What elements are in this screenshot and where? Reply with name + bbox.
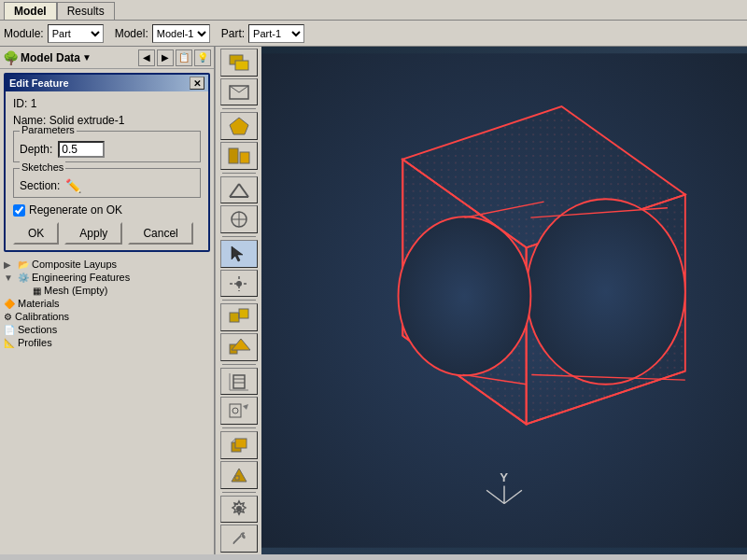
- list-item[interactable]: 🔶 Materials: [4, 297, 210, 310]
- toolbar-btn-4[interactable]: 💡: [194, 49, 211, 66]
- expand-icon-2: ▼: [4, 273, 15, 283]
- id-value: 1: [31, 97, 37, 110]
- tool-btn-13[interactable]: [220, 461, 258, 489]
- module-label: Module:: [4, 27, 44, 40]
- toolbar-separator-6: [222, 427, 256, 428]
- model-label: Model:: [115, 27, 148, 40]
- list-item[interactable]: 📐 Profiles: [4, 336, 210, 349]
- tool-btn-10[interactable]: [220, 368, 258, 396]
- tool-btn-6[interactable]: [220, 205, 258, 233]
- parameters-title: Parameters: [20, 124, 77, 135]
- right-toolbar: [215, 47, 261, 554]
- svg-rect-19: [239, 309, 248, 318]
- section-label: Section:: [20, 179, 60, 192]
- viewport[interactable]: Y: [261, 47, 747, 554]
- svg-point-27: [233, 408, 238, 413]
- calibrations-icon: ⚙: [4, 312, 12, 322]
- tool-btn-8[interactable]: [220, 303, 258, 331]
- tool-btn-5[interactable]: [220, 176, 258, 204]
- dialog-titlebar: Edit Feature ✕: [6, 75, 208, 91]
- mesh-icon: ▦: [33, 286, 41, 296]
- toolbar-separator-2: [222, 173, 256, 174]
- part-select[interactable]: Part-1: [248, 24, 304, 43]
- module-select[interactable]: Part: [48, 24, 104, 43]
- pencil-icon[interactable]: ✏️: [65, 178, 81, 193]
- toolbar-separator-5: [222, 364, 256, 365]
- tree-area: ▶ 📂 Composite Layups ▼ ⚙️ Engineering Fe…: [0, 256, 214, 554]
- svg-rect-7: [240, 152, 249, 163]
- svg-rect-1: [235, 61, 248, 70]
- ok-button[interactable]: OK: [13, 222, 59, 245]
- list-item[interactable]: ▼ ⚙️ Engineering Features: [4, 271, 210, 284]
- toolbar-btn-1[interactable]: ◀: [138, 49, 155, 66]
- toolbar-btn-3[interactable]: 📋: [176, 49, 192, 66]
- id-label: ID:: [13, 97, 27, 110]
- svg-line-30: [232, 439, 235, 442]
- tool-btn-2[interactable]: [220, 78, 258, 106]
- svg-marker-5: [230, 118, 248, 134]
- tool-btn-7[interactable]: [220, 270, 258, 298]
- toolbar-separator-4: [222, 300, 256, 301]
- edit-feature-dialog: Edit Feature ✕ ID: 1 Name: Solid extrude…: [4, 73, 210, 252]
- tab-bar: Model Results: [0, 0, 747, 21]
- toolbar-separator-1: [222, 108, 256, 109]
- tool-btn-12[interactable]: [220, 431, 258, 459]
- engineering-label: Engineering Features: [32, 272, 130, 283]
- tool-btn-1[interactable]: [220, 49, 258, 77]
- list-item[interactable]: 📄 Sections: [4, 323, 210, 336]
- svg-line-9: [239, 184, 248, 197]
- regen-checkbox-row: Regenerate on OK: [13, 203, 201, 217]
- profiles-label: Profiles: [18, 337, 52, 348]
- list-item[interactable]: ▦ Mesh (Empty): [4, 284, 210, 297]
- depth-input[interactable]: [58, 141, 105, 158]
- dialog-close-button[interactable]: ✕: [190, 77, 204, 90]
- regen-checkbox[interactable]: [13, 204, 25, 217]
- tool-cursor[interactable]: [220, 240, 258, 268]
- apply-button[interactable]: Apply: [64, 222, 122, 245]
- parameters-group: Parameters Depth:: [13, 131, 201, 162]
- svg-rect-29: [235, 439, 247, 448]
- model-data-label: Model Data: [21, 51, 80, 64]
- toolbar-btn-2[interactable]: ▶: [157, 49, 174, 66]
- dialog-id-row: ID: 1: [13, 97, 201, 110]
- list-item[interactable]: ▶ 📂 Composite Layups: [4, 258, 210, 271]
- tool-wrench[interactable]: [220, 525, 258, 553]
- model-select[interactable]: Model-1: [152, 24, 210, 43]
- tool-btn-9[interactable]: [220, 333, 258, 361]
- sketches-title: Sketches: [20, 161, 65, 173]
- dialog-body: ID: 1 Name: Solid extrude-1 Parameters D…: [6, 91, 208, 250]
- dialog-title: Edit Feature: [9, 77, 69, 89]
- svg-point-42: [527, 199, 685, 385]
- main-layout: 🌳 Model Data ▼ ◀ ▶ 📋 💡 Edit Feature ✕ ID…: [0, 47, 747, 554]
- tool-btn-11[interactable]: [220, 397, 258, 425]
- svg-line-4: [239, 86, 248, 92]
- tool-settings[interactable]: [220, 496, 258, 524]
- engineering-icon: ⚙️: [18, 273, 29, 283]
- materials-icon: 🔶: [4, 299, 15, 309]
- sections-label: Sections: [18, 324, 57, 335]
- composite-label: Composite Layups: [32, 259, 117, 270]
- svg-rect-6: [229, 148, 238, 163]
- profiles-icon: 📐: [4, 338, 15, 348]
- toolbar-separator-7: [222, 492, 256, 493]
- sketches-group: Sketches Section: ✏️: [13, 168, 201, 198]
- svg-marker-14: [232, 246, 243, 261]
- tool-btn-4[interactable]: [220, 142, 258, 170]
- svg-line-8: [230, 184, 239, 197]
- svg-rect-32: [235, 476, 239, 480]
- svg-rect-18: [230, 313, 239, 322]
- left-panel: 🌳 Model Data ▼ ◀ ▶ 📋 💡 Edit Feature ✕ ID…: [0, 47, 215, 554]
- tab-model[interactable]: Model: [4, 2, 57, 20]
- tool-btn-3[interactable]: [220, 112, 258, 140]
- tab-results[interactable]: Results: [57, 2, 115, 20]
- svg-line-3: [230, 86, 239, 92]
- expand-icon: ▶: [4, 259, 15, 270]
- cancel-button[interactable]: Cancel: [128, 222, 192, 245]
- composite-icon: 📂: [18, 259, 29, 270]
- main-toolbar: Module: Part Model: Model-1 Part: Part-1: [0, 21, 747, 47]
- 3d-shape-svg: Y: [261, 47, 747, 554]
- list-item[interactable]: ⚙ Calibrations: [4, 310, 210, 323]
- svg-rect-23: [233, 375, 245, 388]
- toolbar-separator-3: [222, 236, 256, 237]
- section-row: Section: ✏️: [20, 178, 194, 193]
